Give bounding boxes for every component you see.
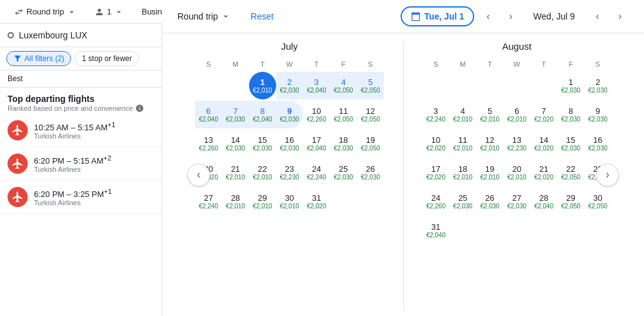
calendar-day[interactable]: 9€2,030 — [276, 101, 303, 128]
stop-filter-button[interactable]: 1 stop or fewer — [75, 51, 138, 66]
calendar-day[interactable]: 12€2,050 — [357, 101, 384, 128]
calendar-day[interactable]: 15€2,030 — [557, 130, 584, 157]
calendar-day[interactable]: 16€2,030 — [584, 130, 611, 157]
day-price: €2,030 — [453, 203, 473, 210]
calendar-day[interactable]: 2€2,030 — [584, 72, 611, 99]
day-header: S — [357, 58, 384, 71]
calendar-day[interactable]: 22€2,050 — [557, 159, 584, 186]
calendar-day — [503, 72, 530, 99]
calendar-day[interactable]: 1€2,030 — [557, 72, 584, 99]
calendar-day[interactable]: 29€2,050 — [557, 188, 584, 215]
calendar-prev-button[interactable]: ‹ — [187, 164, 210, 186]
calendar-day[interactable]: 26€2,030 — [476, 188, 503, 215]
calendar-day[interactable]: 21€2,020 — [530, 159, 557, 186]
calendar-day[interactable]: 9€2,030 — [584, 101, 611, 128]
calendar-day[interactable]: 1€2,010 — [249, 72, 276, 99]
calendar-day[interactable]: 25€2,030 — [330, 159, 357, 186]
day-header: T — [303, 58, 330, 71]
calendar-day — [476, 217, 503, 244]
calendar-day[interactable]: 27€2,030 — [503, 188, 530, 215]
flight-info: 6:20 PM – 3:25 PM+1 Turkish Airlines — [34, 188, 154, 206]
calendar-day[interactable]: 10€2,260 — [303, 101, 330, 128]
calendar-day[interactable]: 6€2,040 — [195, 101, 222, 128]
reset-button[interactable]: Reset — [251, 11, 274, 21]
calendar-day[interactable]: 14€2,030 — [222, 130, 249, 157]
day-number: 1 — [569, 77, 573, 87]
calendar-day[interactable]: 7€2,030 — [222, 101, 249, 128]
calendar-day[interactable]: 8€2,040 — [249, 101, 276, 128]
day-number: 22 — [566, 164, 575, 174]
calendar-day[interactable]: 11€2,010 — [449, 130, 476, 157]
day-header: T — [530, 58, 557, 71]
calendar-header: Round trip Reset Tue, Jul 1 ‹ › Wed, Jul… — [162, 0, 644, 33]
flight-item[interactable]: 10:25 AM – 5:15 AM+1 Turkish Airlines — [0, 114, 162, 147]
day-price: €2,020 — [426, 145, 446, 152]
flight-item[interactable]: 6:20 PM – 5:15 AM+2 Turkish Airlines — [0, 147, 162, 181]
trip-type-label: Round trip — [177, 11, 218, 21]
calendar-day[interactable]: 8€2,030 — [557, 101, 584, 128]
next-end-date-button[interactable]: › — [611, 8, 629, 25]
calendar-day[interactable]: 4€2,050 — [330, 72, 357, 99]
day-header: S — [584, 58, 611, 71]
start-date-pill[interactable]: Tue, Jul 1 — [401, 6, 475, 26]
calendar-day[interactable]: 23€2,230 — [276, 159, 303, 186]
round-trip-button[interactable]: Round trip — [8, 4, 83, 20]
flight-item[interactable]: 6:20 PM – 3:25 PM+1 Turkish Airlines — [0, 181, 162, 214]
trip-type-selector[interactable]: Round trip — [177, 11, 231, 21]
calendar-day[interactable]: 18€2,030 — [330, 130, 357, 157]
day-number: 31 — [312, 193, 321, 203]
calendar-day[interactable]: 5€2,050 — [357, 72, 384, 99]
next-date-button[interactable]: › — [502, 8, 519, 25]
day-price: €2,010 — [453, 174, 473, 181]
calendar-day[interactable]: 10€2,020 — [423, 130, 450, 157]
calendar-day[interactable]: 24€2,240 — [303, 159, 330, 186]
calendar-day[interactable]: 26€2,030 — [357, 159, 384, 186]
calendar-day[interactable]: 21€2,010 — [222, 159, 249, 186]
calendar-day[interactable]: 11€2,050 — [330, 101, 357, 128]
calendar-day[interactable]: 17€2,020 — [423, 159, 450, 186]
calendar-day[interactable]: 19€2,050 — [357, 130, 384, 157]
all-filters-label: All filters (2) — [25, 54, 64, 63]
calendar-day[interactable]: 5€2,010 — [476, 101, 503, 128]
end-date-display[interactable]: Wed, Jul 9 — [525, 8, 584, 25]
calendar-day[interactable]: 2€2,030 — [276, 72, 303, 99]
calendar-day[interactable]: 7€2,020 — [530, 101, 557, 128]
calendar-day[interactable]: 28€2,010 — [222, 188, 249, 215]
prev-end-date-button[interactable]: ‹ — [589, 8, 606, 25]
calendar-day[interactable]: 22€2,010 — [249, 159, 276, 186]
passengers-button[interactable]: 1 — [88, 4, 130, 20]
calendar-day[interactable]: 20€2,010 — [503, 159, 530, 186]
calendar-day[interactable]: 4€2,010 — [449, 101, 476, 128]
calendar-day[interactable]: 14€2,020 — [530, 130, 557, 157]
calendar-day[interactable]: 12€2,010 — [476, 130, 503, 157]
prev-date-button[interactable]: ‹ — [479, 8, 497, 25]
calendar-day[interactable]: 31€2,020 — [303, 188, 330, 215]
calendar-day[interactable]: 27€2,240 — [195, 188, 222, 215]
day-price: €2,020 — [534, 174, 553, 181]
calendar-day[interactable]: 3€2,040 — [303, 72, 330, 99]
calendar-day[interactable]: 30€2,010 — [276, 188, 303, 215]
calendar-day[interactable]: 31€2,040 — [423, 217, 450, 244]
day-number: 28 — [231, 193, 240, 203]
calendar-day[interactable]: 13€2,260 — [195, 130, 222, 157]
calendar-day[interactable]: 16€2,030 — [276, 130, 303, 157]
location-input[interactable] — [19, 30, 154, 40]
calendar-day[interactable]: 15€2,030 — [249, 130, 276, 157]
calendar-day[interactable]: 30€2,050 — [584, 188, 611, 215]
calendar-day[interactable]: 19€2,010 — [476, 159, 503, 186]
all-filters-button[interactable]: All filters (2) — [6, 51, 71, 66]
day-price: €2,050 — [334, 87, 353, 94]
calendar-day[interactable]: 28€2,040 — [530, 188, 557, 215]
calendar-day[interactable]: 6€2,010 — [503, 101, 530, 128]
day-price: €2,030 — [561, 145, 580, 152]
calendar-day[interactable]: 29€2,010 — [249, 188, 276, 215]
calendar-day[interactable]: 3€2,240 — [423, 101, 450, 128]
calendar-day[interactable]: 24€2,260 — [423, 188, 450, 215]
calendar-day[interactable]: 13€2,230 — [503, 130, 530, 157]
calendar-day[interactable]: 17€2,040 — [303, 130, 330, 157]
day-number: 27 — [204, 193, 213, 203]
day-number: 17 — [312, 135, 321, 145]
calendar-day[interactable]: 25€2,030 — [449, 188, 476, 215]
calendar-next-button[interactable]: › — [596, 164, 619, 186]
calendar-day[interactable]: 18€2,010 — [449, 159, 476, 186]
